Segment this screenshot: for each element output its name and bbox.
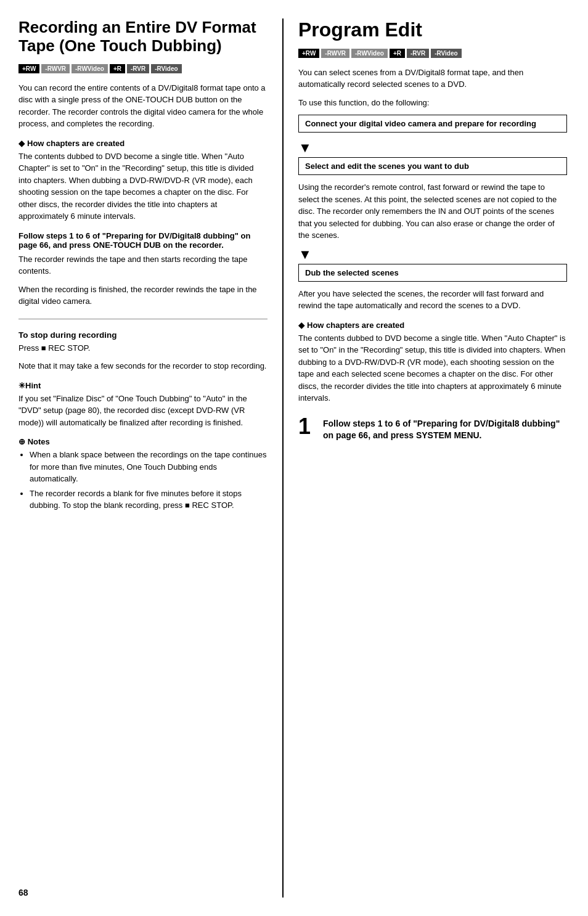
badge-plus-rw: +RW xyxy=(18,64,39,73)
right-how-chapters-text: The contents dubbed to DVD become a sing… xyxy=(298,332,567,404)
left-stop-text2: Note that it may take a few seconds for … xyxy=(18,360,267,372)
right-column: Program Edit +RW -RWVR -RWVideo +R -RVR … xyxy=(284,18,567,898)
left-stop-heading: To stop during recording xyxy=(18,330,267,340)
page: Recording an Entire DV Format Tape (One … xyxy=(0,0,588,916)
right-badge-row: +RW -RWVR -RWVideo +R -RVR -RVideo xyxy=(298,49,567,58)
left-column: Recording an Entire DV Format Tape (One … xyxy=(18,18,284,898)
notes-icon: ⊕ xyxy=(18,437,28,446)
divider xyxy=(18,319,267,319)
left-badge-row: +RW -RWVR -RWVideo +R -RVR -RVideo xyxy=(18,64,267,73)
badge-plus-r: +R xyxy=(110,64,125,73)
badge-minus-rwvr: -RWVR xyxy=(41,64,70,73)
left-notes-heading: ⊕ Notes xyxy=(18,437,267,446)
step-1-row: 1 Follow steps 1 to 6 of "Preparing for … xyxy=(298,415,567,441)
left-hint-heading: ✳ Hint xyxy=(18,381,267,390)
step-1-number: 1 xyxy=(298,415,316,438)
page-number: 68 xyxy=(18,888,28,898)
step-1-text: Follow steps 1 to 6 of "Preparing for DV… xyxy=(323,415,567,441)
badge-minus-rwvideo: -RWVideo xyxy=(71,64,108,73)
arrow-down-2: ▼ xyxy=(298,248,567,261)
left-intro: You can record the entire contents of a … xyxy=(18,82,267,130)
right-badge-minus-rwvideo: -RWVideo xyxy=(351,49,388,58)
right-how-chapters-heading: How chapters are created xyxy=(298,321,567,330)
right-badge-plus-rw: +RW xyxy=(298,49,319,58)
left-note-2: The recorder records a blank for five mi… xyxy=(30,488,267,512)
left-steps-text2: When the recording is finished, the reco… xyxy=(18,284,267,308)
badge-minus-rvr: -RVR xyxy=(127,64,149,73)
left-title: Recording an Entire DV Format Tape (One … xyxy=(18,18,267,55)
badge-minus-rvideo: -RVideo xyxy=(151,64,181,73)
right-intro2: To use this function, do the following: xyxy=(298,97,567,109)
right-badge-minus-rwvr: -RWVR xyxy=(321,49,349,58)
step-box-dub-body: After you have selected the scenes, the … xyxy=(298,288,567,312)
left-how-chapters-text: The contents dubbed to DVD become a sing… xyxy=(18,150,267,223)
left-note-1: When a blank space between the recording… xyxy=(30,449,267,485)
left-hint-text: If you set "Finalize Disc" of "One Touch… xyxy=(18,393,267,429)
arrow-down-1: ▼ xyxy=(298,141,567,155)
left-steps-heading: Follow steps 1 to 6 of "Preparing for DV… xyxy=(18,231,267,250)
left-how-chapters-heading: How chapters are created xyxy=(18,139,267,148)
right-title: Program Edit xyxy=(298,18,567,41)
right-badge-minus-rvr: -RVR xyxy=(407,49,429,58)
step-box-connect: Connect your digital video camera and pr… xyxy=(298,115,567,133)
hint-icon: ✳ xyxy=(18,381,25,390)
right-badge-minus-rvideo: -RVideo xyxy=(431,49,461,58)
left-stop-text1: Press ■ REC STOP. xyxy=(18,342,267,354)
step-box-select-body: Using the recorder's remote control, fas… xyxy=(298,181,567,242)
right-badge-plus-r: +R xyxy=(390,49,405,58)
step-box-select: Select and edit the scenes you want to d… xyxy=(298,157,567,175)
left-notes-list: When a blank space between the recording… xyxy=(18,449,267,512)
left-steps-text1: The recorder rewinds the tape and then s… xyxy=(18,253,267,277)
right-intro1: You can select scenes from a DV/Digital8… xyxy=(298,67,567,91)
step-box-dub: Dub the selected scenes xyxy=(298,264,567,282)
